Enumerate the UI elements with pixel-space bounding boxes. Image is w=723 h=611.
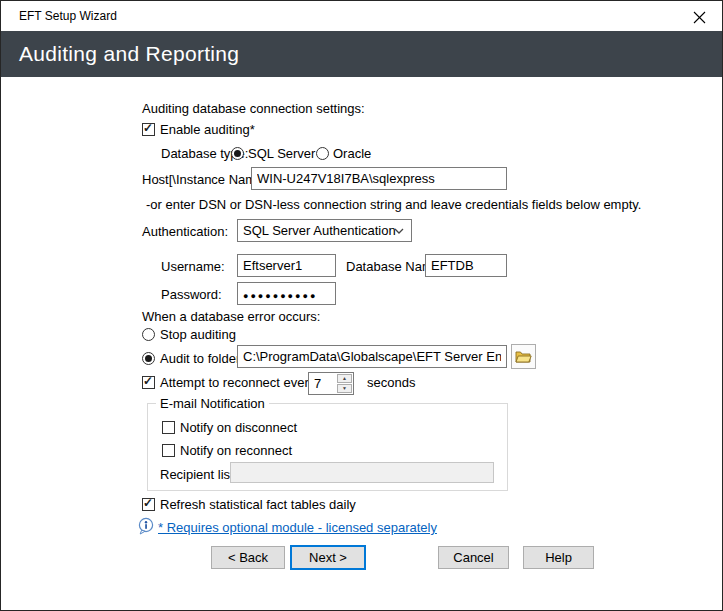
- spin-up-button[interactable]: ▲: [337, 374, 352, 383]
- wizard-step-header: Auditing and Reporting: [1, 31, 722, 77]
- check-icon: ✓: [143, 496, 153, 510]
- password-label: Password:: [161, 287, 222, 302]
- back-button[interactable]: < Back: [211, 546, 285, 569]
- spin-up-icon: ▲: [342, 376, 347, 381]
- intro-label: Auditing database connection settings:: [142, 101, 365, 116]
- authentication-select[interactable]: SQL Server Authentication: [237, 219, 412, 242]
- folder-icon: [515, 350, 532, 364]
- radio-sql-server[interactable]: [231, 147, 244, 160]
- spin-down-button[interactable]: ▼: [337, 384, 352, 393]
- notify-disconnect-label: Notify on disconnect: [180, 420, 297, 435]
- next-button[interactable]: Next >: [290, 545, 366, 570]
- email-notification-title: E-mail Notification: [156, 396, 269, 411]
- radio-audit-to-folder[interactable]: [142, 352, 155, 365]
- reconnect-interval-stepper[interactable]: 7 ▲ ▼: [308, 372, 354, 395]
- spin-down-icon: ▼: [342, 386, 347, 391]
- database-name-input[interactable]: [425, 254, 507, 277]
- check-icon: ✓: [143, 121, 153, 135]
- username-input[interactable]: [237, 254, 336, 277]
- page-title: Auditing and Reporting: [19, 42, 239, 66]
- host-input[interactable]: [251, 167, 507, 190]
- close-button[interactable]: [688, 7, 710, 27]
- radio-sql-server-label: SQL Server: [248, 146, 315, 161]
- info-icon: [137, 517, 155, 535]
- dsn-note: -or enter DSN or DSN-less connection str…: [146, 197, 641, 212]
- refresh-stats-checkbox[interactable]: ✓: [142, 498, 155, 511]
- notify-reconnect-checkbox[interactable]: ✓: [162, 444, 175, 457]
- radio-stop-auditing-label: Stop auditing: [160, 327, 236, 342]
- db-error-label: When a database error occurs:: [142, 309, 320, 324]
- reconnect-checkbox[interactable]: ✓: [142, 376, 155, 389]
- enable-auditing-checkbox[interactable]: ✓: [142, 123, 155, 136]
- radio-oracle-label: Oracle: [333, 146, 371, 161]
- cancel-button[interactable]: Cancel: [438, 546, 509, 569]
- password-input[interactable]: [237, 282, 336, 305]
- radio-audit-to-folder-label: Audit to folder:: [160, 351, 244, 366]
- refresh-stats-label: Refresh statistical fact tables daily: [160, 497, 356, 512]
- audit-folder-input[interactable]: [237, 345, 507, 368]
- notify-disconnect-checkbox[interactable]: ✓: [162, 421, 175, 434]
- optional-module-link[interactable]: * Requires optional module - licensed se…: [158, 520, 437, 535]
- window-title: EFT Setup Wizard: [19, 9, 117, 23]
- chevron-down-icon: [394, 228, 404, 234]
- recipient-list-label: Recipient list:: [160, 467, 237, 482]
- close-icon: [693, 11, 706, 24]
- reconnect-label: Attempt to reconnect every:: [160, 375, 319, 390]
- enable-auditing-label: Enable auditing*: [160, 122, 255, 137]
- authentication-label: Authentication:: [142, 224, 228, 239]
- titlebar: EFT Setup Wizard: [1, 1, 722, 31]
- info-balloon: [137, 517, 155, 539]
- radio-oracle[interactable]: [316, 147, 329, 160]
- browse-folder-button[interactable]: [511, 344, 536, 369]
- notify-reconnect-label: Notify on reconnect: [180, 443, 292, 458]
- help-button[interactable]: Help: [523, 546, 594, 569]
- recipient-list-input: [230, 462, 494, 483]
- check-icon: ✓: [143, 374, 153, 388]
- username-label: Username:: [161, 259, 225, 274]
- authentication-value: SQL Server Authentication: [238, 223, 396, 238]
- email-notification-group: E-mail Notification ✓ Notify on disconne…: [147, 403, 508, 491]
- eft-setup-wizard-dialog: EFT Setup Wizard Auditing and Reporting …: [0, 0, 723, 611]
- reconnect-interval-value: 7: [314, 376, 321, 391]
- radio-stop-auditing[interactable]: [142, 328, 155, 341]
- reconnect-unit-label: seconds: [367, 375, 415, 390]
